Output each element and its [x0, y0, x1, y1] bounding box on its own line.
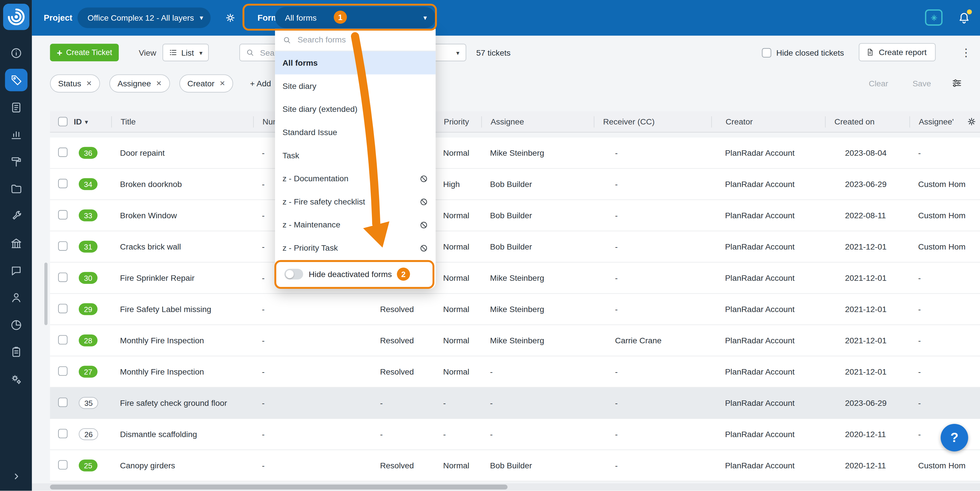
form-search-box[interactable] [275, 29, 436, 51]
sidebar-item-checklists[interactable] [0, 94, 32, 121]
sidebar [0, 0, 32, 491]
row-checkbox[interactable] [58, 241, 68, 250]
select-all-checkbox[interactable] [58, 117, 68, 126]
form-option[interactable]: Site diary [275, 74, 436, 97]
sidebar-item-buildings[interactable] [0, 230, 32, 257]
table-row[interactable]: 25 Canopy girders - Resolved Normal Bob … [50, 450, 980, 481]
row-checkbox[interactable] [58, 303, 68, 313]
row-checkbox[interactable] [58, 429, 68, 438]
remove-filter-icon[interactable]: ✕ [86, 80, 92, 88]
filter-chip[interactable]: Status ✕ [50, 74, 100, 92]
sidebar-item-tickets[interactable] [0, 67, 32, 94]
sidebar-item-documents[interactable] [0, 175, 32, 202]
add-filter-button[interactable]: + Add [250, 79, 271, 88]
table-row[interactable]: 30 Fire Sprinkler Repair - Normal Mike S… [50, 263, 980, 294]
cell-id: 31 [69, 241, 111, 252]
planradar-logo[interactable] [3, 4, 30, 30]
row-checkbox[interactable] [58, 335, 68, 344]
clear-filters-button[interactable]: Clear [869, 79, 888, 88]
column-header-id[interactable]: ID▾ [69, 116, 111, 127]
hide-deactivated-toggle[interactable] [285, 269, 303, 279]
row-checkbox[interactable] [58, 272, 68, 282]
column-header-created-on[interactable]: Created on [825, 116, 909, 127]
create-ticket-button[interactable]: + Create Ticket [50, 44, 119, 61]
column-header-title[interactable]: Title [111, 116, 253, 127]
form-option[interactable]: Standard Issue [275, 121, 436, 144]
form-option[interactable]: z - Priority Task [275, 236, 436, 260]
save-filters-button[interactable]: Save [913, 79, 931, 88]
form-option[interactable]: Task [275, 144, 436, 167]
pie-chart-icon [10, 319, 22, 331]
column-header-priority[interactable]: Priority [434, 116, 481, 127]
vertical-scrollbar-thumb[interactable] [45, 263, 48, 325]
table-header: ID▾ Title Number Status Priority Assigne… [50, 111, 980, 132]
row-checkbox-cell [50, 429, 68, 440]
expand-sidebar-button[interactable] [0, 467, 32, 486]
form-option[interactable]: z - Maintenance [275, 213, 436, 236]
row-checkbox[interactable] [58, 366, 68, 375]
table-row[interactable]: 26 Dismantle scaffolding - - - - - PlanR… [50, 419, 980, 450]
notifications-button[interactable] [958, 11, 971, 25]
table-row[interactable]: 36 Door repaint - Normal Mike Steinberg … [50, 138, 980, 169]
table-row[interactable]: 31 Cracks brick wall - Normal Bob Builde… [50, 231, 980, 263]
sidebar-item-clipboard[interactable] [0, 338, 32, 366]
filter-chip[interactable]: Creator ✕ [179, 74, 233, 92]
form-option[interactable]: z - Documentation [275, 167, 436, 190]
chat-icon [10, 265, 22, 277]
tickets-table: ID▾ Title Number Status Priority Assigne… [50, 111, 980, 481]
row-checkbox[interactable] [58, 397, 68, 407]
table-row[interactable]: 27 Monthly Fire Inspection - Resolved No… [50, 357, 980, 388]
help-button[interactable]: ? [941, 424, 968, 451]
form-select-value: All forms [285, 13, 317, 22]
cell-title: Broken doorknob [111, 180, 253, 189]
checklist-icon [10, 101, 22, 114]
form-search-input[interactable] [296, 34, 421, 45]
form-option-label: z - Priority Task [282, 243, 338, 253]
column-settings-button[interactable] [966, 116, 977, 127]
row-checkbox[interactable] [58, 210, 68, 219]
form-select[interactable]: All forms 1 ▾ [275, 7, 436, 28]
ticket-id-badge: 35 [79, 397, 99, 409]
table-row[interactable]: 35 Fire safety check ground floor - - - … [50, 388, 980, 419]
sidebar-item-reports[interactable] [0, 311, 32, 339]
sidebar-item-tools[interactable] [0, 202, 32, 230]
table-row[interactable]: 28 Monthly Fire Inspection - Resolved No… [50, 325, 980, 357]
row-checkbox[interactable] [58, 460, 68, 469]
sidebar-item-comments[interactable] [0, 257, 32, 284]
sliders-icon [951, 77, 963, 89]
filter-chip[interactable]: Assignee ✕ [110, 74, 170, 92]
hide-closed-checkbox[interactable] [762, 48, 771, 57]
topbar: Project Office Complex 12 - All layers ▾… [32, 0, 980, 35]
create-report-button[interactable]: Create report [859, 43, 935, 61]
form-option[interactable]: All forms [275, 51, 436, 75]
sidebar-item-settings[interactable] [0, 366, 32, 393]
cell-creator: PlanRadar Account [711, 336, 825, 345]
form-dropdown-panel: All forms Site diary Site diary (extende… [275, 29, 436, 289]
sidebar-item-statistics[interactable] [0, 121, 32, 148]
project-select[interactable]: Office Complex 12 - All layers ▾ [77, 8, 210, 28]
create-ticket-label: Create Ticket [66, 48, 112, 57]
table-row[interactable]: 29 Fire Safety Label missing - Resolved … [50, 294, 980, 325]
chart-icon [10, 128, 22, 141]
project-settings-button[interactable] [224, 12, 236, 24]
remove-filter-icon[interactable]: ✕ [156, 80, 162, 88]
table-row[interactable]: 33 Broken Window - Normal Bob Builder - … [50, 200, 980, 231]
horizontal-scrollbar-thumb[interactable] [50, 485, 508, 489]
sidebar-item-contacts[interactable] [0, 284, 32, 311]
table-row[interactable]: 34 Broken doorknob - High Bob Builder - … [50, 169, 980, 200]
row-checkbox[interactable] [58, 179, 68, 188]
kebab-menu-icon[interactable]: ⋮ [961, 46, 971, 59]
form-option[interactable]: Site diary (extended) [275, 97, 436, 121]
apps-button[interactable] [925, 10, 942, 26]
sidebar-item-paint[interactable] [0, 148, 32, 175]
form-option[interactable]: z - Fire safety checklist [275, 190, 436, 214]
cell-assignee: - [481, 399, 594, 408]
column-header-receiver[interactable]: Receiver (CC) [594, 116, 711, 127]
filter-settings-button[interactable] [951, 77, 963, 89]
column-header-creator[interactable]: Creator [711, 116, 825, 127]
sidebar-item-info[interactable] [0, 39, 32, 67]
row-checkbox[interactable] [58, 147, 68, 156]
view-mode-select[interactable]: List ▾ [162, 44, 209, 61]
remove-filter-icon[interactable]: ✕ [220, 80, 225, 88]
column-header-assignee[interactable]: Assignee [481, 116, 594, 127]
